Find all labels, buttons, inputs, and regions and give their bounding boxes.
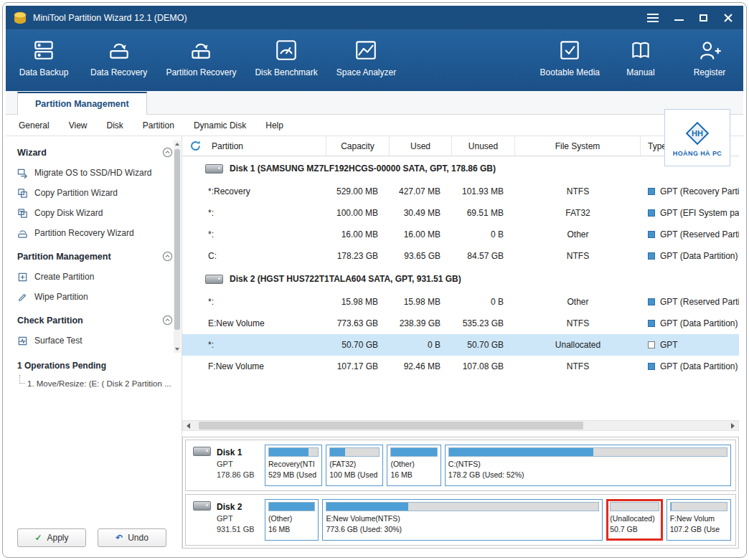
section-title: Partition Management	[17, 252, 111, 262]
partition-block[interactable]: E:New Volume(NTFS) 773.6 GB (Used: 30%)	[322, 499, 603, 541]
sidebar-item-wipe-partition[interactable]: Wipe Partition	[17, 287, 182, 307]
partition-block[interactable]: (Other) 16 MB	[387, 445, 441, 486]
cell-used: 92.46 MB	[390, 361, 452, 371]
cell-type: GPT	[641, 340, 739, 350]
undo-label: Undo	[128, 533, 149, 543]
partition-block[interactable]: F:New Volum 107.2 GB (Use	[666, 499, 731, 541]
disk-scheme: GPT	[217, 513, 255, 524]
partition-recovery-button[interactable]: Partition Recovery	[166, 38, 236, 77]
sidebar-item-label: Wipe Partition	[34, 292, 88, 302]
sidebar-scrollbar[interactable]	[174, 141, 181, 353]
disk1-info: Disk 1 GPT 178.86 GB	[186, 440, 260, 490]
cell-file-system: Other	[515, 229, 641, 239]
scroll-up-icon[interactable]	[174, 141, 181, 148]
cell-file-system: Unallocated	[515, 340, 641, 350]
sidebar-scroll-thumb[interactable]	[174, 149, 180, 330]
operations-pending-title: 1 Operations Pending	[17, 351, 182, 376]
cell-file-system: NTFS	[515, 251, 641, 261]
partition-type-icon	[648, 298, 655, 305]
partition-block[interactable]: (FAT32) 100 MB (Used	[326, 445, 383, 486]
cell-type: GPT (Data Partition)	[641, 251, 739, 261]
sidebar-item-migrate-os[interactable]: Migrate OS to SSD/HD Wizard	[17, 163, 182, 183]
sidebar-item-label: Copy Partition Wizard	[34, 188, 118, 198]
table-row[interactable]: *: 15.98 MB 15.98 MB 0 B Other GPT (Rese…	[182, 291, 739, 313]
partition-type-icon	[648, 209, 655, 217]
table-row[interactable]: E:New Volume 773.63 GB 238.39 GB 535.23 …	[182, 313, 739, 334]
apply-button[interactable]: ✓ Apply	[17, 528, 86, 547]
partition-block[interactable]: (Other) 16 MB	[265, 499, 319, 541]
sidebar-item-label: Migrate OS to SSD/HD Wizard	[34, 168, 151, 178]
bootable-media-button[interactable]: Bootable Media	[540, 38, 600, 77]
maximize-icon[interactable]	[699, 14, 707, 22]
sidebar-item-copy-disk[interactable]: Copy Disk Wizard	[17, 203, 182, 223]
tab-partition-management[interactable]: Partition Management	[17, 92, 147, 115]
partition-block[interactable]: Recovery(NTI 529 MB (Used	[265, 445, 322, 486]
table-row[interactable]: *: 16.00 MB 16.00 MB 0 B Other GPT (Rese…	[182, 224, 739, 245]
sidebar-item-partition-recovery-wizard[interactable]: Partition Recovery Wizard	[17, 223, 182, 243]
block-detail: 16 MB	[268, 524, 315, 535]
section-wizard[interactable]: Wizard	[17, 139, 182, 163]
scroll-left-icon[interactable]	[183, 421, 194, 430]
table-row[interactable]: *: 100.00 MB 30.49 MB 69.51 MB FAT32 GPT…	[182, 202, 739, 224]
sidebar-item-surface-test[interactable]: Surface Test	[17, 331, 182, 351]
register-button[interactable]: Register	[682, 38, 738, 77]
undo-button[interactable]: ↶ Undo	[98, 528, 166, 547]
table-row[interactable]: *:Recovery 529.00 MB 427.07 MB 101.93 MB…	[182, 181, 739, 202]
section-check-partition[interactable]: Check Partition	[17, 307, 182, 331]
disk2-map-row[interactable]: Disk 2 GPT 931.51 GB (Other) 16 MB	[185, 494, 736, 546]
cell-unused: 0 B	[452, 229, 515, 239]
close-icon[interactable]	[723, 13, 733, 23]
operation-item[interactable]: 1. Move/Resize: (E: ( Disk 2 Partition .…	[17, 376, 182, 391]
space-analyzer-button[interactable]: Space Analyzer	[336, 38, 396, 77]
cell-capacity: 107.17 GB	[326, 361, 390, 371]
apply-label: Apply	[47, 533, 69, 543]
table-row[interactable]: F:New Volume 107.17 GB 92.46 MB 107.08 G…	[182, 356, 739, 377]
menu-partition[interactable]: Partition	[143, 120, 174, 130]
scroll-down-icon[interactable]	[174, 346, 181, 353]
partition-type-icon	[648, 320, 655, 327]
cell-partition: C:	[182, 251, 326, 261]
disk1-map-row[interactable]: Disk 1 GPT 178.86 GB Recovery(NTI 529 MB…	[185, 440, 736, 491]
cell-unused: 69.51 MB	[452, 208, 515, 218]
block-detail: 100 MB (Used	[329, 470, 380, 480]
cell-partition: E:New Volume	[182, 318, 326, 328]
sidebar-item-copy-partition[interactable]: Copy Partition Wizard	[17, 183, 182, 203]
table-row[interactable]: C: 178.23 GB 93.65 GB 84.57 GB NTFS GPT …	[182, 245, 739, 267]
column-capacity: Capacity	[341, 141, 374, 151]
data-backup-button[interactable]: Data Backup	[16, 38, 72, 77]
refresh-icon[interactable]	[189, 140, 202, 152]
horizontal-scrollbar[interactable]	[182, 420, 739, 431]
disk2-group-header[interactable]: Disk 2 (HGST HUS722T1TALA604 SATA, GPT, …	[182, 267, 739, 291]
hoang-ha-logo-icon: HH	[683, 119, 712, 148]
data-recovery-button[interactable]: Data Recovery	[90, 38, 147, 77]
menu-view[interactable]: View	[69, 120, 88, 130]
disk1-group-header[interactable]: Disk 1 (SAMSUNG MZ7LF192HCGS-00000 SATA,…	[182, 156, 739, 181]
hscroll-thumb[interactable]	[199, 422, 583, 430]
section-partition-management[interactable]: Partition Management	[17, 243, 182, 267]
menu-general[interactable]: General	[19, 120, 50, 130]
disk-benchmark-button[interactable]: Disk Benchmark	[255, 38, 317, 77]
unallocated-block-selected[interactable]: (Unallocated) 50.7 GB	[606, 499, 662, 541]
minimize-icon[interactable]	[674, 19, 684, 21]
disk-icon	[193, 501, 211, 511]
sidebar-nav: Wizard Migrate OS to SSD/HD Wizard Copy …	[6, 136, 182, 521]
manual-button[interactable]: Manual	[613, 38, 669, 77]
usage-bar	[326, 502, 599, 511]
disk-map: Disk 1 GPT 178.86 GB Recovery(NTI 529 MB…	[182, 437, 739, 549]
menu-help[interactable]: Help	[265, 120, 283, 130]
sidebar-item-create-partition[interactable]: Create Partition	[17, 267, 182, 287]
cell-file-system: FAT32	[515, 208, 641, 218]
toolbar-label: Register	[694, 67, 726, 77]
hamburger-menu-icon[interactable]	[647, 14, 659, 22]
svg-text:HH: HH	[692, 129, 703, 138]
block-label: (Other)	[390, 459, 437, 470]
scroll-right-icon[interactable]	[727, 421, 738, 430]
partition-block[interactable]: C:(NTFS) 178.2 GB (Used: 52%)	[445, 445, 731, 486]
table-row-selected[interactable]: *: 50.70 GB 0 B 50.70 GB Unallocated GPT	[182, 334, 739, 356]
toolbar-label: Disk Benchmark	[255, 67, 317, 77]
menu-dynamic-disk[interactable]: Dynamic Disk	[194, 120, 246, 130]
cell-type: GPT (Recovery Partit	[641, 186, 739, 196]
sidebar-item-label: Surface Test	[34, 336, 82, 346]
cell-partition: *:Recovery	[182, 186, 326, 196]
menu-disk[interactable]: Disk	[107, 120, 123, 130]
